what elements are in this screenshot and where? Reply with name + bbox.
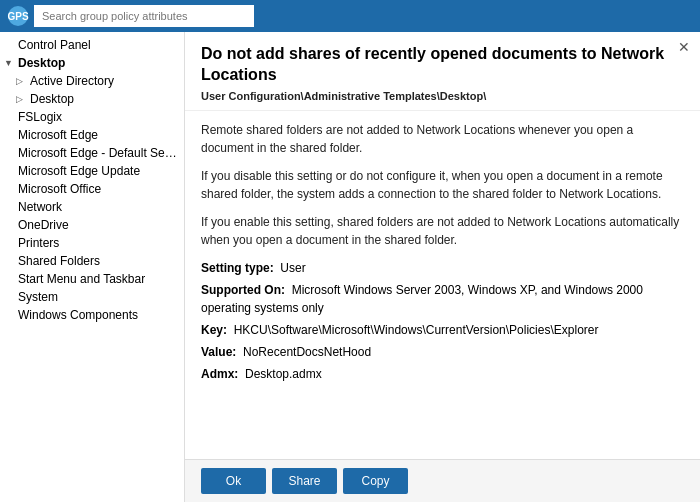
sidebar-item-label: FSLogix xyxy=(18,110,62,124)
sidebar-item-label: Start Menu and Taskbar xyxy=(18,272,145,286)
sidebar-item-label: Windows Components xyxy=(18,308,138,322)
paragraph-3: If you enable this setting, shared folde… xyxy=(201,213,684,249)
value-value: NoRecentDocsNetHood xyxy=(243,345,371,359)
sidebar-item-label: Desktop xyxy=(18,56,65,70)
setting-type-row: Setting type: User xyxy=(201,259,684,277)
supported-on-label: Supported On: xyxy=(201,283,285,297)
sidebar-item-desktop-sub[interactable]: ▷ Desktop xyxy=(0,90,184,108)
sidebar: Control Panel ▼ Desktop ▷ Active Directo… xyxy=(0,32,185,502)
content-panel: ✕ Do not add shares of recently opened d… xyxy=(185,32,700,502)
content-title: Do not add shares of recently opened doc… xyxy=(201,44,684,86)
sidebar-item-label: Microsoft Edge Update xyxy=(18,164,140,178)
admx-value: Desktop.admx xyxy=(245,367,322,381)
sidebar-item-printers[interactable]: Printers xyxy=(0,234,184,252)
content-path: User Configuration\Administrative Templa… xyxy=(201,90,684,102)
paragraph-2: If you disable this setting or do not co… xyxy=(201,167,684,203)
sidebar-item-control-panel[interactable]: Control Panel xyxy=(0,36,184,54)
sidebar-item-label: OneDrive xyxy=(18,218,69,232)
sidebar-item-shared-folders[interactable]: Shared Folders xyxy=(0,252,184,270)
sidebar-item-active-directory[interactable]: ▷ Active Directory xyxy=(0,72,184,90)
sidebar-item-onedrive[interactable]: OneDrive xyxy=(0,216,184,234)
sidebar-item-label: Network xyxy=(18,200,62,214)
sidebar-item-fslogix[interactable]: FSLogix xyxy=(0,108,184,126)
sidebar-item-network[interactable]: Network xyxy=(0,198,184,216)
key-value: HKCU\Software\Microsoft\Windows\CurrentV… xyxy=(234,323,599,337)
key-label: Key: xyxy=(201,323,227,337)
content-footer: Ok Share Copy xyxy=(185,459,700,502)
sidebar-item-label: Control Panel xyxy=(18,38,91,52)
key-row: Key: HKCU\Software\Microsoft\Windows\Cur… xyxy=(201,321,684,339)
sidebar-item-microsoft-edge[interactable]: Microsoft Edge xyxy=(0,126,184,144)
close-button[interactable]: ✕ xyxy=(678,40,690,54)
sidebar-item-windows-components[interactable]: Windows Components xyxy=(0,306,184,324)
sidebar-item-microsoft-office[interactable]: Microsoft Office xyxy=(0,180,184,198)
sidebar-item-label: Printers xyxy=(18,236,59,250)
paragraph-1: Remote shared folders are not added to N… xyxy=(201,121,684,157)
share-button[interactable]: Share xyxy=(272,468,337,494)
sidebar-item-label: Shared Folders xyxy=(18,254,100,268)
content-body: Remote shared folders are not added to N… xyxy=(185,111,700,459)
copy-button[interactable]: Copy xyxy=(343,468,408,494)
sidebar-item-label: Microsoft Office xyxy=(18,182,101,196)
content-header: Do not add shares of recently opened doc… xyxy=(185,32,700,111)
search-input[interactable] xyxy=(34,5,254,27)
arrow-icon: ▷ xyxy=(16,76,28,86)
titlebar: GPS xyxy=(0,0,700,32)
value-label: Value: xyxy=(201,345,236,359)
admx-label: Admx: xyxy=(201,367,238,381)
setting-type-label: Setting type: xyxy=(201,261,274,275)
supported-on-row: Supported On: Microsoft Windows Server 2… xyxy=(201,281,684,317)
sidebar-item-desktop[interactable]: ▼ Desktop xyxy=(0,54,184,72)
main-container: Control Panel ▼ Desktop ▷ Active Directo… xyxy=(0,32,700,502)
arrow-icon: ▷ xyxy=(16,94,28,104)
app-logo: GPS xyxy=(8,6,28,26)
sidebar-item-start-menu-taskbar[interactable]: Start Menu and Taskbar xyxy=(0,270,184,288)
sidebar-item-microsoft-edge-update[interactable]: Microsoft Edge Update xyxy=(0,162,184,180)
sidebar-item-microsoft-edge-default[interactable]: Microsoft Edge - Default Settings (us xyxy=(0,144,184,162)
sidebar-item-system[interactable]: System xyxy=(0,288,184,306)
ok-button[interactable]: Ok xyxy=(201,468,266,494)
sidebar-item-label: Desktop xyxy=(30,92,74,106)
setting-type-value: User xyxy=(280,261,305,275)
logo-text: GPS xyxy=(7,11,28,22)
value-row: Value: NoRecentDocsNetHood xyxy=(201,343,684,361)
sidebar-item-label: Microsoft Edge xyxy=(18,128,98,142)
sidebar-item-label: Active Directory xyxy=(30,74,114,88)
sidebar-item-label: Microsoft Edge - Default Settings (us xyxy=(18,146,180,160)
sidebar-item-label: System xyxy=(18,290,58,304)
admx-row: Admx: Desktop.admx xyxy=(201,365,684,383)
arrow-icon: ▼ xyxy=(4,58,16,68)
